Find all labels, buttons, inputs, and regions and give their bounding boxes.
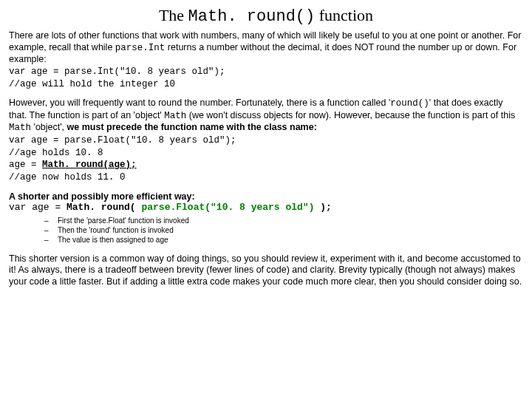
- code3-a: var age =: [9, 202, 66, 213]
- paragraph-1: There are lots of other functions that w…: [9, 30, 523, 90]
- p2-code-math2: Math: [9, 123, 31, 133]
- code2-line2: //age holds 10. 8: [9, 148, 103, 158]
- p2-text-e: (we won't discuss objects for now). Howe…: [186, 110, 515, 120]
- shorter-way-heading: A shorter and possibly more efficient wa…: [9, 191, 523, 202]
- bullet-2: –Then the 'round' function is invoked: [44, 225, 523, 235]
- p2-text-a: However, you will frequently want to rou…: [9, 98, 390, 108]
- p2-text-h: we must precede the function name with t…: [67, 122, 317, 132]
- p2-code-math1: Math: [164, 111, 186, 121]
- title-pre: The: [159, 6, 188, 24]
- title-post: function: [315, 6, 373, 24]
- p2-text-g: 'object',: [31, 122, 67, 132]
- p1-inline-code: parse.Int: [115, 43, 166, 53]
- slide: The Math. round() function There are lot…: [0, 0, 532, 399]
- dash-icon: –: [44, 216, 58, 225]
- bullet-1: –First the 'parse.Float' function is inv…: [44, 216, 523, 225]
- code3-b: Math. round(: [66, 202, 141, 213]
- code3-d: );: [314, 202, 331, 213]
- page-title: The Math. round() function: [9, 6, 523, 26]
- code1-line1: var age = parse.Int("10. 8 years old");: [9, 66, 225, 77]
- bullet-1-text: First the 'parse.Float' function is invo…: [58, 216, 189, 225]
- dash-icon: –: [44, 225, 58, 235]
- p2-code-round: round(): [390, 98, 429, 109]
- bullet-list: –First the 'parse.Float' function is inv…: [44, 216, 523, 245]
- code2-line3b: Math. round(age);: [42, 160, 137, 170]
- code2-line1: var age = parse.Float("10. 8 years old")…: [9, 135, 236, 146]
- paragraph-4: This shorter version is a common way of …: [9, 253, 523, 288]
- code2-line4: //age now holds 11. 0: [9, 172, 126, 183]
- bullet-3-text: The value is then assigned to age: [58, 236, 168, 244]
- dash-icon: –: [44, 235, 58, 245]
- paragraph-2: However, you will frequently want to rou…: [9, 98, 523, 183]
- code1-line2: //age will hold the integer 10: [9, 79, 175, 89]
- title-code: Math. round(): [188, 7, 316, 26]
- bullet-2-text: Then the 'round' function is invoked: [58, 226, 174, 234]
- code2-line3a: age =: [9, 160, 42, 170]
- shorter-way-code: var age = Math. round( parse.Float("10. …: [9, 202, 523, 213]
- code3-c: parse.Float("10. 8 years old"): [141, 202, 314, 213]
- bullet-3: –The value is then assigned to age: [44, 235, 523, 245]
